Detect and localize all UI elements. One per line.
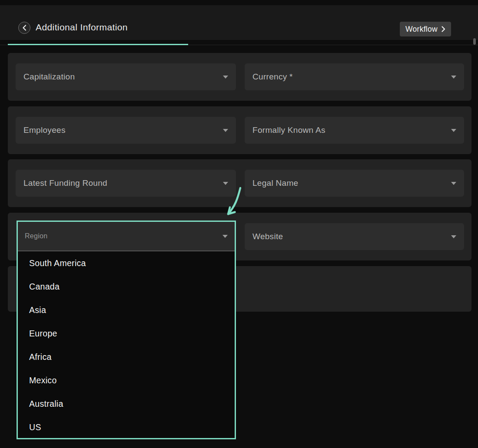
field-label: Capitalization xyxy=(23,72,75,82)
region-option[interactable]: Europe xyxy=(18,322,235,345)
form-row: Latest Funding Round Legal Name xyxy=(8,159,471,207)
active-tab-indicator xyxy=(8,44,188,45)
field-label: Legal Name xyxy=(252,178,298,188)
chevron-down-icon xyxy=(451,182,456,185)
page-title: Additional Information xyxy=(36,22,128,33)
region-select[interactable]: Region xyxy=(18,222,235,251)
back-button[interactable] xyxy=(18,22,30,34)
form-row: Capitalization Currency * xyxy=(8,53,471,101)
region-option[interactable]: South America xyxy=(18,251,235,275)
chevron-down-icon xyxy=(451,76,456,79)
field-label: Region xyxy=(25,232,48,240)
field-label: Formally Known As xyxy=(252,125,325,135)
workflow-button-label: Workflow xyxy=(405,25,438,34)
workflow-button[interactable]: Workflow xyxy=(400,22,451,36)
form-row: Employees Formally Known As xyxy=(8,106,471,154)
capitalization-select[interactable]: Capitalization xyxy=(16,63,236,90)
chevron-left-icon xyxy=(22,25,27,31)
region-option[interactable]: Mexico xyxy=(18,369,235,392)
field-label: Employees xyxy=(23,125,66,135)
latest-funding-round-select[interactable]: Latest Funding Round xyxy=(16,170,236,197)
region-option[interactable]: US xyxy=(18,415,235,439)
employees-select[interactable]: Employees xyxy=(16,117,236,144)
region-dropdown-open: Region South America Canada Asia Europe … xyxy=(17,221,236,439)
chevron-right-icon xyxy=(441,26,445,32)
header: Additional Information Workflow xyxy=(0,5,478,40)
field-label: Website xyxy=(252,232,283,241)
chevron-down-icon xyxy=(223,76,228,79)
chevron-down-icon xyxy=(222,235,228,238)
region-option[interactable]: Australia xyxy=(18,392,235,415)
currency-select[interactable]: Currency * xyxy=(245,63,464,90)
formally-known-as-select[interactable]: Formally Known As xyxy=(245,117,464,144)
region-option[interactable]: Canada xyxy=(18,275,235,298)
chevron-down-icon xyxy=(451,129,456,132)
region-option[interactable]: Asia xyxy=(18,298,235,322)
field-label: Latest Funding Round xyxy=(23,178,107,188)
region-option[interactable]: Africa xyxy=(18,345,235,369)
website-select[interactable]: Website xyxy=(245,223,464,250)
scrollbar-thumb[interactable] xyxy=(473,38,476,45)
chevron-down-icon xyxy=(451,235,456,238)
chevron-down-icon xyxy=(223,182,228,185)
legal-name-select[interactable]: Legal Name xyxy=(245,170,464,197)
field-label: Currency * xyxy=(252,72,293,82)
chevron-down-icon xyxy=(223,129,228,132)
region-options-list: South America Canada Asia Europe Africa … xyxy=(18,251,235,439)
